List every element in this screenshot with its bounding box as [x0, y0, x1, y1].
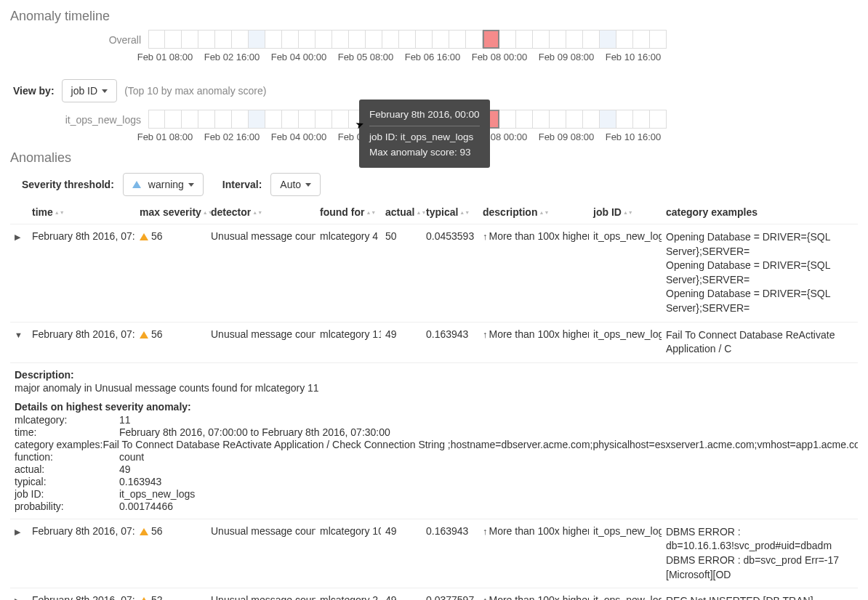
timeline-cell[interactable]: [265, 110, 282, 129]
timeline-cell[interactable]: [449, 30, 466, 49]
timeline-cell[interactable]: [198, 30, 215, 49]
timeline-cell[interactable]: [550, 30, 566, 49]
timeline-cell[interactable]: [316, 30, 332, 49]
threshold-value: warning: [148, 179, 184, 190]
timeline-cell[interactable]: [399, 30, 416, 49]
col-actual[interactable]: actual▲▼: [381, 200, 422, 224]
table-row[interactable]: ▶February 8th 2016, 07:0056Unusual messa…: [10, 224, 858, 323]
timeline-cell[interactable]: [282, 110, 299, 129]
cell-examples: Opening Database = DRIVER={SQL Server};S…: [662, 224, 858, 323]
arrow-up-icon: ↑: [483, 526, 488, 537]
timeline-cell[interactable]: [215, 30, 232, 49]
timeline-cell[interactable]: [616, 110, 633, 129]
timeline-cell[interactable]: [148, 110, 165, 129]
cell-typical: 0.163943: [422, 322, 478, 362]
cell-found-for: mlcategory 4: [316, 224, 381, 323]
caret-down-icon: [102, 89, 108, 93]
timeline-cell[interactable]: [433, 30, 449, 49]
timeline-cell[interactable]: [499, 30, 516, 49]
timeline-cell[interactable]: [633, 110, 650, 129]
col-max-severity[interactable]: max severity▲▼: [135, 200, 206, 224]
timeline-cell[interactable]: [600, 30, 616, 49]
timeline-cell[interactable]: [148, 30, 165, 49]
timeline-cell[interactable]: [483, 30, 499, 49]
timeline-cell[interactable]: [499, 110, 516, 129]
timeline-cell[interactable]: [650, 30, 667, 49]
timeline-cell[interactable]: [232, 110, 249, 129]
threshold-dropdown[interactable]: warning: [123, 173, 204, 196]
axis-tick: Feb 02 16:00: [204, 131, 260, 142]
timeline-title: Anomaly timeline: [10, 9, 858, 24]
row-expander[interactable]: ▶: [15, 232, 26, 242]
axis-tick: Feb 09 08:00: [539, 131, 595, 142]
timeline-cell[interactable]: [182, 30, 198, 49]
row-expander[interactable]: ▶: [15, 596, 26, 600]
timeline-cell[interactable]: [265, 30, 282, 49]
timeline-cell[interactable]: [249, 30, 265, 49]
timeline-cell[interactable]: [282, 30, 299, 49]
timeline-cell[interactable]: [198, 110, 215, 129]
timeline-cell[interactable]: [382, 30, 399, 49]
table-row[interactable]: ▶February 8th 2016, 07:0056Unusual messa…: [10, 519, 858, 588]
cell-detector: Unusual message counts: [206, 588, 316, 600]
timeline-cell[interactable]: [332, 110, 349, 129]
timeline-cell[interactable]: [466, 30, 483, 49]
axis-tick: Feb 05 08:00: [338, 52, 394, 62]
cell-severity: 52: [135, 588, 206, 600]
table-row[interactable]: ▼February 8th 2016, 07:0056Unusual messa…: [10, 322, 858, 362]
timeline-cell[interactable]: [566, 110, 583, 129]
col-detector[interactable]: detector▲▼: [206, 200, 316, 224]
col-time[interactable]: time▲▼: [28, 200, 135, 224]
threshold-label: Severity threshold:: [22, 179, 114, 190]
row-expander[interactable]: ▼: [15, 331, 26, 339]
overall-timeline-grid[interactable]: [148, 30, 667, 49]
col-job-id[interactable]: job ID▲▼: [589, 200, 662, 224]
timeline-cell[interactable]: [516, 30, 533, 49]
timeline-cell[interactable]: [316, 110, 332, 129]
swimlane-label: it_ops_new_logs: [10, 110, 148, 126]
table-row[interactable]: ▶February 8th 2016, 07:0052Unusual messa…: [10, 588, 858, 600]
timeline-cell[interactable]: [366, 30, 382, 49]
cell-examples: Fail To Connect Database ReActivate Appl…: [662, 322, 858, 362]
row-expander[interactable]: ▶: [15, 527, 26, 537]
timeline-cell[interactable]: [516, 110, 533, 129]
timeline-cell[interactable]: [616, 30, 633, 49]
timeline-cell[interactable]: [600, 110, 616, 129]
col-typical[interactable]: typical▲▼: [422, 200, 478, 224]
timeline-cell[interactable]: [533, 30, 550, 49]
timeline-cell[interactable]: [566, 30, 583, 49]
col-found-for[interactable]: found for▲▼: [316, 200, 381, 224]
timeline-cell[interactable]: [249, 110, 265, 129]
timeline-cell[interactable]: [165, 110, 182, 129]
timeline-cell[interactable]: [165, 30, 182, 49]
timeline-cell[interactable]: [299, 30, 316, 49]
timeline-cell[interactable]: [299, 110, 316, 129]
viewby-dropdown[interactable]: job ID: [62, 79, 118, 102]
col-category-examples: category examples: [662, 200, 858, 224]
viewby-selected: job ID: [71, 85, 98, 97]
caret-down-icon: [188, 183, 194, 187]
timeline-cell[interactable]: [533, 110, 550, 129]
timeline-cell[interactable]: [215, 110, 232, 129]
cell-found-for: mlcategory 10: [316, 519, 381, 588]
timeline-cell[interactable]: [232, 30, 249, 49]
col-description[interactable]: description▲▼: [478, 200, 589, 224]
timeline-cell[interactable]: [583, 30, 600, 49]
tooltip-job: job ID: it_ops_new_logs: [369, 129, 480, 145]
timeline-cell[interactable]: [650, 110, 667, 129]
timeline-cell[interactable]: [332, 30, 349, 49]
timeline-cell[interactable]: [633, 30, 650, 49]
timeline-cell[interactable]: [416, 30, 433, 49]
cell-description: ↑More than 100x higher: [478, 588, 589, 600]
timeline-cell[interactable]: [550, 110, 566, 129]
cell-detector: Unusual message counts: [206, 224, 316, 323]
cell-time: February 8th 2016, 07:00: [28, 322, 135, 362]
timeline-cell[interactable]: [583, 110, 600, 129]
axis-tick: Feb 04 00:00: [271, 131, 327, 142]
interval-dropdown[interactable]: Auto: [270, 173, 321, 196]
detail-value: 0.163943: [119, 476, 161, 487]
timeline-cell[interactable]: [182, 110, 198, 129]
detail-key: time:: [15, 426, 119, 438]
cell-found-for: mlcategory 11: [316, 322, 381, 362]
timeline-cell[interactable]: [349, 30, 366, 49]
